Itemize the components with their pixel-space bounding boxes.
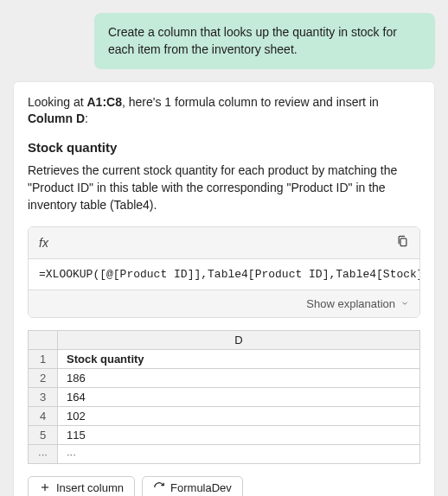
insert-column-label: Insert column <box>56 481 124 494</box>
header-cell: Stock quantity <box>58 350 419 368</box>
formula-text[interactable]: =XLOOKUP([@[Product ID]],Table4[Product … <box>29 259 419 289</box>
data-cell: 115 <box>58 426 419 444</box>
formuladev-button[interactable]: FormulaDev <box>142 476 243 496</box>
chevron-down-icon <box>400 299 409 308</box>
intro-text: Looking at A1:C8, here's 1 formula colum… <box>28 94 420 128</box>
corner-cell <box>29 331 58 349</box>
plus-icon <box>39 481 51 493</box>
data-cell: 164 <box>58 388 419 406</box>
formula-header: fx <box>29 227 419 259</box>
formuladev-label: FormulaDev <box>170 481 232 494</box>
column-letter: D <box>58 331 419 349</box>
action-row: Insert column FormulaDev <box>28 476 420 496</box>
intro-suffix: : <box>85 111 88 125</box>
section-title: Stock quantity <box>28 140 420 155</box>
data-cell: ··· <box>58 445 419 463</box>
table-row: 2 186 <box>29 369 419 388</box>
row-number: 5 <box>29 426 58 444</box>
show-explanation-toggle[interactable]: Show explanation <box>29 289 419 317</box>
table-row: 3 164 <box>29 388 419 407</box>
data-cell: 102 <box>58 407 419 425</box>
preview-table: D 1 Stock quantity 2 186 3 164 4 102 5 1… <box>28 330 420 464</box>
data-cell: 186 <box>58 369 419 387</box>
intro-col: Column D <box>28 111 85 125</box>
table-column-header-row: D <box>29 331 419 350</box>
table-row: 1 Stock quantity <box>29 350 419 369</box>
user-message: Create a column that looks up the quanti… <box>94 13 435 69</box>
intro-range: A1:C8 <box>87 95 122 109</box>
intro-mid: , here's 1 formula column to review and … <box>122 95 379 109</box>
intro-prefix: Looking at <box>28 95 87 109</box>
insert-column-button[interactable]: Insert column <box>28 476 135 496</box>
fx-label: fx <box>39 236 48 250</box>
loop-icon <box>153 481 165 493</box>
row-number: 3 <box>29 388 58 406</box>
assistant-card: Looking at A1:C8, here's 1 formula colum… <box>13 81 435 496</box>
table-row: 5 115 <box>29 426 419 445</box>
show-explanation-label: Show explanation <box>306 297 395 310</box>
table-row-ellipsis: ··· ··· <box>29 445 419 463</box>
row-number: 4 <box>29 407 58 425</box>
row-number: 1 <box>29 350 58 368</box>
formula-block: fx =XLOOKUP([@[Product ID]],Table4[Produ… <box>28 226 420 318</box>
table-row: 4 102 <box>29 407 419 426</box>
user-message-text: Create a column that looks up the quanti… <box>108 25 397 56</box>
description-text: Retrieves the current stock quantity for… <box>28 162 420 214</box>
row-number: 2 <box>29 369 58 387</box>
svg-rect-0 <box>400 238 406 246</box>
row-number: ··· <box>29 445 58 463</box>
copy-icon[interactable] <box>396 233 409 252</box>
